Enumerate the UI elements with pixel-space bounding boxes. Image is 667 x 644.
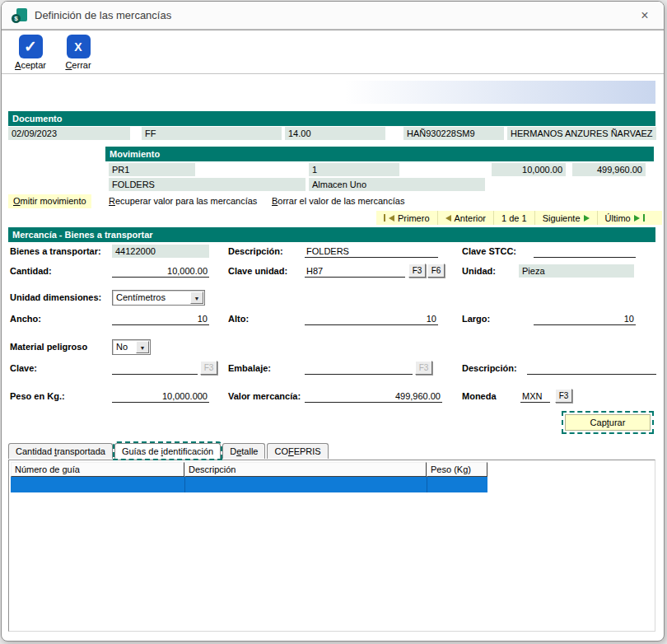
column-divider <box>427 477 427 492</box>
capturar-focus-ring: Capturar <box>562 411 654 434</box>
mercancia-section-header: Mercancía - Bienes a transportar <box>8 227 655 242</box>
clave-stcc-input[interactable] <box>534 245 636 258</box>
moneda-f3-button[interactable]: F3 <box>555 389 572 403</box>
descripcion-input[interactable]: FOLDERS <box>305 245 438 258</box>
clave-unidad-input[interactable]: H87 <box>305 265 405 278</box>
clave-label: Clave: <box>10 362 37 375</box>
ancho-input[interactable]: 10 <box>112 313 209 325</box>
column-header-descripcion[interactable]: Descripción <box>184 462 427 477</box>
bienes-label: Bienes a transportar: <box>10 245 101 258</box>
aceptar-button[interactable]: ✓ Aceptar <box>12 35 49 73</box>
borrar-valor-link[interactable]: Borrar el valor de las mercancías <box>267 194 409 208</box>
title-bar: $ Definición de las mercancías × <box>2 2 664 30</box>
embalaje-input[interactable] <box>305 362 413 375</box>
clave-unidad-f3-button[interactable]: F3 <box>408 264 426 278</box>
tab-strip: Cantidad transportada Guías de identific… <box>8 441 330 459</box>
unidad-dimensiones-select[interactable]: Centímetros ▼ <box>112 290 205 306</box>
money-icon: $ <box>12 14 21 23</box>
nav-ultimo-button[interactable]: Último <box>598 211 652 225</box>
peso-input[interactable]: 10,000.000 <box>112 390 209 403</box>
moneda-input[interactable]: MXN <box>520 390 550 403</box>
x-icon: X <box>67 35 91 58</box>
documento-folio-field: 14.00 <box>285 127 385 140</box>
bienes-field: 44122000 <box>112 245 209 258</box>
first-record-icon <box>384 214 385 222</box>
largo-input[interactable]: 10 <box>534 313 636 325</box>
clave-unidad-f6-button[interactable]: F6 <box>427 264 445 278</box>
tab-guias-de-identificacion[interactable]: Guías de identificación <box>114 443 221 459</box>
guias-table-panel: Número de guía Descripción Peso (Kg) <box>8 460 655 632</box>
capturar-button[interactable]: Capturar <box>565 414 651 431</box>
forward-arrow-icon <box>634 215 640 222</box>
cantidad-label: Cantidad: <box>10 265 52 278</box>
gradient-band <box>8 81 655 104</box>
valor-mercancia-label: Valor mercancía: <box>228 390 301 403</box>
movimiento-producto-field: PR1 <box>109 163 195 176</box>
back-arrow-icon <box>445 215 451 222</box>
descripcion2-input[interactable] <box>527 362 656 375</box>
nav-primero-button[interactable]: Primero <box>376 211 438 225</box>
peso-label: Peso en Kg.: <box>10 390 65 403</box>
material-peligroso-label: Material peligroso <box>10 341 87 353</box>
movimiento-cantidad-field: 1 <box>309 163 399 176</box>
cantidad-input[interactable]: 10,000.00 <box>112 265 209 278</box>
column-divider <box>184 477 185 492</box>
documento-rfc-field: HAÑ930228SM9 <box>403 127 504 140</box>
material-peligroso-select[interactable]: No ▼ <box>112 339 151 355</box>
movimiento-precio-field: 10,000.00 <box>492 163 566 176</box>
movimiento-almacen-field: Almacen Uno <box>309 178 485 191</box>
documento-serie-field: FF <box>142 127 282 140</box>
valor-mercancia-input[interactable]: 499,960.00 <box>305 390 442 403</box>
clave-f3-button: F3 <box>200 361 217 375</box>
documento-cliente-field: HERMANOS ANZURES ÑARVAEZ <box>507 127 656 140</box>
movimiento-descripcion-field: FOLDERS <box>109 178 306 191</box>
movimiento-importe-field: 499,960.00 <box>572 163 646 176</box>
tab-cantidad-transportada[interactable]: Cantidad transportada <box>8 443 113 459</box>
clave-stcc-label: Clave STCC: <box>462 245 516 258</box>
embalaje-f3-button: F3 <box>415 361 432 375</box>
recuperar-valor-link[interactable]: Recuperar valor para las mercancías <box>104 194 262 208</box>
aceptar-label: Aceptar <box>15 60 46 70</box>
omitir-movimiento-link[interactable]: Omitir movimiento <box>8 194 91 208</box>
nav-anterior-button[interactable]: Anterior <box>438 211 495 225</box>
embalaje-label: Embalaje: <box>228 362 271 375</box>
cerrar-label: Cerrar <box>65 60 91 70</box>
column-header-numero-de-guia[interactable]: Número de guía <box>11 462 184 477</box>
documento-section-header: Documento <box>8 111 655 126</box>
forward-arrow-icon <box>584 215 590 222</box>
app-icon: $ <box>12 8 27 23</box>
chevron-down-icon[interactable]: ▼ <box>190 292 203 304</box>
column-header-peso-kg[interactable]: Peso (Kg) <box>427 462 487 477</box>
close-window-icon[interactable]: × <box>636 7 654 25</box>
selected-table-row[interactable] <box>11 477 487 492</box>
alto-label: Alto: <box>228 313 249 325</box>
unidad-label: Unidad: <box>462 265 496 278</box>
back-arrow-icon <box>389 215 394 222</box>
cerrar-button[interactable]: X Cerrar <box>59 35 97 73</box>
descripcion2-label: Descripción: <box>462 362 517 375</box>
check-icon: ✓ <box>19 35 43 58</box>
descripcion-label: Descripción: <box>228 245 283 258</box>
alto-input[interactable]: 10 <box>305 313 438 325</box>
window-title: Definición de las mercancías <box>35 9 171 21</box>
clave-input[interactable] <box>112 362 198 375</box>
tab-detalle[interactable]: Detalle <box>222 443 265 459</box>
nav-siguiente-button[interactable]: Siguiente <box>535 211 598 225</box>
unidad-dimensiones-label: Unidad dimensiones: <box>10 292 101 304</box>
unidad-field: Pieza <box>519 264 634 278</box>
toolbar: ✓ Aceptar X Cerrar <box>2 30 664 74</box>
moneda-label: Moneda <box>462 390 497 403</box>
chevron-down-icon[interactable]: ▼ <box>136 341 149 353</box>
ancho-label: Ancho: <box>10 313 41 325</box>
largo-label: Largo: <box>462 313 490 325</box>
clave-unidad-label: Clave unidad: <box>228 265 287 278</box>
dialog-window: $ Definición de las mercancías × ✓ Acept… <box>1 1 665 642</box>
documento-fecha-field: 02/09/2023 <box>8 127 130 140</box>
last-record-icon <box>643 214 645 222</box>
record-navigation-bar: Primero Anterior 1 de 1 Siguiente Último <box>376 211 662 225</box>
tab-cofepris[interactable]: COFEPRIS <box>267 443 328 459</box>
nav-position-label: 1 de 1 <box>494 211 535 225</box>
movimiento-section-header: Movimiento <box>105 147 654 161</box>
